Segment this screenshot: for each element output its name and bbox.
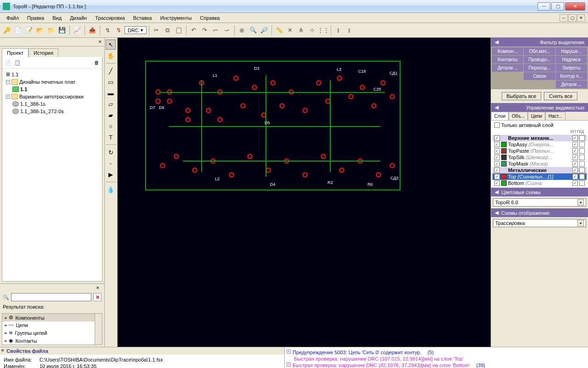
layer-row[interactable]: ✓Верхние механи...✓	[492, 135, 587, 141]
pcb-canvas[interactable]: D3 L1 L3 С18 СД1 C25 D7 D8 D5 L2 R2 D4 R…	[118, 38, 491, 347]
close-button[interactable]: ✕	[565, 2, 585, 11]
menu-design[interactable]: Дизайн	[66, 14, 90, 22]
filter-copper[interactable]: Обл.мет...	[524, 47, 555, 55]
open-icon[interactable]: 📂	[35, 25, 45, 35]
filter-details2[interactable]: Детали ...	[556, 80, 587, 88]
menu-help[interactable]: Справка	[196, 14, 223, 22]
menu-file[interactable]: Файл	[3, 14, 23, 22]
drc-message[interactable]: +Быстрая проверка: нарушение DRC (82.197…	[287, 362, 586, 368]
layer-cb2[interactable]: ✓	[572, 148, 578, 154]
add2-icon[interactable]: 📋	[13, 58, 22, 67]
layer-cb2[interactable]: ✓	[572, 155, 578, 160]
layer-checkbox[interactable]: ✓	[494, 180, 500, 186]
tool4-icon[interactable]: ⫿	[334, 25, 344, 35]
poly2-tool-icon[interactable]: ▰	[106, 110, 116, 120]
filter-labels[interactable]: Надписи	[556, 56, 587, 63]
layer-cb3[interactable]	[579, 155, 585, 160]
result-pads[interactable]: +◉Контакты	[2, 337, 95, 345]
redo2-icon[interactable]: ⤻	[222, 25, 232, 35]
redo-icon[interactable]: ↷	[200, 25, 210, 35]
tree-folder-variants[interactable]: −Варианты автотрассировки	[4, 93, 100, 100]
layer-checkbox[interactable]: ✓	[494, 174, 500, 179]
select-all-button[interactable]: Выбрать все	[502, 92, 542, 100]
menu-insert[interactable]: Вставка	[130, 14, 156, 22]
vis-tab-settings[interactable]: Наст...	[545, 112, 565, 120]
tool5-icon[interactable]: ⫿	[345, 25, 355, 35]
vis-tab-nets[interactable]: Цепи	[528, 112, 545, 120]
circle-tool-icon[interactable]: ○	[106, 121, 116, 131]
tree-folder-designs[interactable]: −Дизайны печатных плат	[4, 78, 100, 86]
add-icon[interactable]: 📄	[4, 58, 12, 67]
filter-violations[interactable]: Наруше...	[556, 47, 587, 55]
filter-outline[interactable]: Контур п...	[556, 72, 587, 80]
search-clear-button[interactable]: ✕	[93, 293, 102, 301]
zoomout-icon[interactable]: 🔎	[259, 25, 269, 35]
maximize-button[interactable]: ▢	[551, 2, 564, 11]
layer-row[interactable]: ✓Металлические✓	[492, 167, 587, 173]
layer-row[interactable]: ✓Bottom (Сигна✓	[492, 180, 587, 186]
save-icon[interactable]: 💾	[57, 25, 67, 35]
new-icon[interactable]: 📄	[13, 25, 23, 35]
result-components[interactable]: +⚙Компоненты	[2, 314, 95, 322]
layer-row[interactable]: ✓TopPaste (Паяльн...✓	[492, 148, 587, 154]
filter-connections[interactable]: Связи	[524, 72, 555, 80]
cut-icon[interactable]: ✂	[152, 25, 162, 35]
search-input[interactable]	[11, 293, 91, 301]
drop-tool-icon[interactable]: 💧	[106, 184, 116, 195]
vis-tab-objects[interactable]: Объ...	[509, 112, 528, 120]
filter-keepouts[interactable]: Запреты	[556, 64, 587, 72]
warning-message[interactable]: +Предупреждение 5003: Цепь 'Сеть 0' соде…	[287, 349, 586, 356]
minimize-button[interactable]: ─	[537, 2, 550, 11]
rect2-tool-icon[interactable]: ▬	[106, 88, 116, 98]
line-tool-icon[interactable]: ╱	[106, 66, 116, 76]
key-icon[interactable]: 🔑	[2, 25, 12, 35]
tool3-icon[interactable]: ⋮⋮	[318, 25, 328, 35]
export-icon[interactable]: 📤	[87, 25, 97, 35]
zoomfit-icon[interactable]: ⊕	[237, 25, 247, 35]
layer-row[interactable]: ✓TopSilk (Шелкогр...✓	[492, 154, 587, 161]
filter-wires[interactable]: Проводн...	[524, 56, 555, 63]
menu-routing[interactable]: Трассировка	[91, 14, 129, 22]
only-active-checkbox[interactable]	[494, 122, 500, 128]
rotate-tool-icon[interactable]: ↻	[106, 147, 116, 157]
filter-pads[interactable]: Контакты	[492, 56, 523, 63]
layer-cb2[interactable]: ✓	[572, 174, 578, 179]
tab-project[interactable]: Проект	[2, 48, 28, 57]
undo2-icon[interactable]: ⤺	[211, 25, 221, 35]
mdi-close-button[interactable]: ✕	[577, 14, 585, 22]
edit-icon[interactable]: 📝	[24, 25, 34, 35]
measure-icon[interactable]: 📏	[274, 25, 284, 35]
layer-checkbox[interactable]: ✓	[494, 135, 500, 141]
route2-icon[interactable]: ↯	[113, 25, 124, 35]
tree-root[interactable]: ⊞1.1	[4, 70, 100, 78]
tree-design[interactable]: 1.1	[4, 86, 100, 93]
panel-close-icon[interactable]: ✕	[97, 39, 103, 45]
select-tool-icon[interactable]: ↖	[106, 40, 116, 50]
text-tool-icon[interactable]: T	[106, 132, 116, 142]
layer-checkbox[interactable]: ✓	[494, 142, 500, 147]
mdi-restore-button[interactable]: ▢	[568, 14, 577, 22]
layer-cb2[interactable]: ✓	[572, 180, 578, 186]
trash-icon[interactable]: 🗑	[92, 58, 101, 67]
tool2-icon[interactable]: ⊹	[307, 25, 317, 35]
tree-variant1[interactable]: 1.1_388-1s	[4, 100, 100, 108]
play-tool-icon[interactable]: ▶	[106, 169, 116, 179]
layer-cb2[interactable]: ✓	[572, 167, 578, 173]
zoomin-icon[interactable]: 🔍	[248, 25, 258, 35]
layer-cb3[interactable]	[579, 167, 585, 173]
copy-icon[interactable]: ⧉	[163, 25, 173, 35]
drc-dropdown[interactable]: DRC▾	[124, 26, 147, 34]
layer-row[interactable]: ✓TopMask (Маска)✓	[492, 161, 587, 167]
panel-close-icon[interactable]: ✕	[1, 348, 5, 354]
layer-row[interactable]: ✓Top (Сигнальн... [1]✓	[492, 173, 587, 180]
color-scheme-combo[interactable]: TopoR 6.0▾	[493, 198, 586, 207]
layer-cb3[interactable]	[579, 148, 585, 154]
menu-view[interactable]: Вид	[49, 14, 65, 22]
undo-icon[interactable]: ↶	[189, 25, 199, 35]
deselect-all-button[interactable]: Снять все	[544, 92, 577, 100]
layer-cb3[interactable]	[579, 135, 585, 141]
via-tool-icon[interactable]: ◦	[106, 158, 116, 168]
results-scrollbar[interactable]	[95, 314, 102, 345]
display-scheme-combo[interactable]: Трассировка▾	[493, 219, 586, 227]
drc-message[interactable]: Быстрая проверка: нарушение DRC (107.015…	[287, 356, 586, 362]
